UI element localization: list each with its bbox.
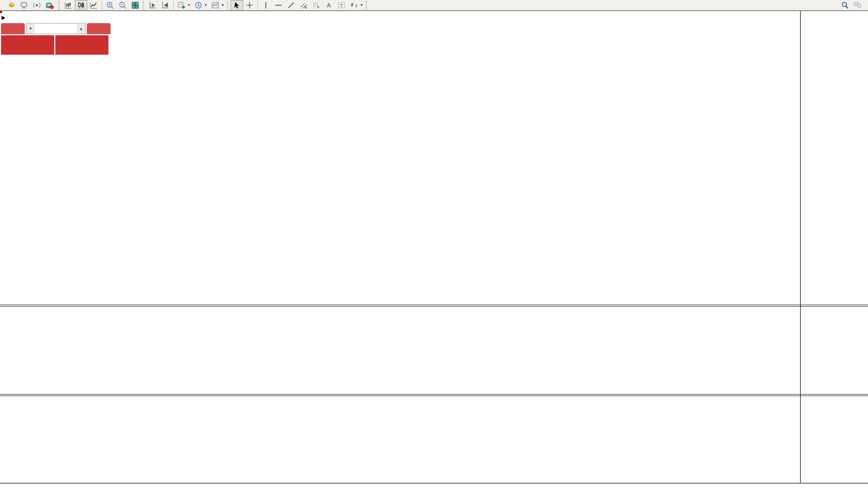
signals-button[interactable] [31, 0, 43, 11]
zoom-in-icon [106, 1, 114, 9]
line-chart-button[interactable] [87, 0, 100, 11]
add-indicator-icon [177, 1, 186, 9]
volume-stepper: ▼ ▲ [26, 23, 86, 34]
templates-button[interactable]: ▾ [209, 0, 226, 11]
bar-chart-icon [64, 1, 73, 9]
terminal-button[interactable] [18, 0, 31, 11]
history-icon [7, 1, 16, 9]
crosshair-button[interactable] [243, 0, 256, 11]
new-order-button[interactable] [1, 0, 5, 11]
channel-button[interactable]: E [297, 0, 310, 11]
svg-text:T: T [340, 3, 343, 8]
candlestick-chart-button[interactable] [75, 0, 87, 11]
dropdown-caret: ▾ [188, 3, 190, 7]
horizontal-line-icon [274, 1, 283, 9]
volume-decrease-button[interactable]: ▼ [26, 24, 35, 34]
toolbar-grip[interactable] [58, 1, 61, 9]
vertical-line-button[interactable] [260, 0, 272, 11]
main-toolbar: ▾ ▾ ▾ [0, 0, 868, 11]
chat-icon [853, 1, 862, 9]
search-icon [841, 1, 849, 9]
toolbar-grip[interactable] [227, 1, 230, 9]
level-callout-label [0, 11, 2, 13]
text-label-icon: T [337, 1, 346, 9]
autotrading-icon [45, 1, 54, 9]
zoom-out-button[interactable] [116, 0, 129, 11]
chat-button[interactable] [851, 0, 864, 11]
arrows-button[interactable]: ▾ [348, 0, 365, 11]
cursor-icon [233, 1, 241, 9]
clock-icon [194, 1, 203, 9]
buy-button[interactable] [87, 23, 111, 34]
buy-price-display[interactable] [55, 35, 108, 55]
trading-terminal-window: ▾ ▾ ▾ [0, 0, 868, 495]
search-button[interactable] [839, 0, 851, 11]
chart-shift-icon [161, 1, 169, 9]
svg-text:E: E [305, 6, 307, 9]
signals-icon [33, 1, 41, 9]
panel-splitter[interactable] [0, 305, 868, 307]
svg-text:A: A [327, 2, 331, 8]
fibonacci-button[interactable]: F [310, 0, 323, 11]
one-click-trade-panel: ▼ ▲ [1, 23, 111, 55]
periods-button[interactable]: ▾ [192, 0, 209, 11]
rsi-indicator-panel[interactable] [0, 397, 800, 483]
panel-splitter[interactable] [0, 394, 868, 396]
equidistant-channel-icon: E [300, 1, 308, 9]
autotrading-button[interactable] [43, 0, 57, 11]
auto-scroll-button[interactable] [146, 0, 159, 11]
bar-chart-button[interactable] [62, 0, 75, 11]
dropdown-caret: ▾ [222, 3, 224, 7]
price-axis-line [800, 11, 801, 483]
dropdown-caret: ▾ [205, 3, 207, 7]
cursor-button[interactable] [231, 0, 243, 11]
tile-windows-button[interactable] [129, 0, 142, 11]
chart-marker-icon [2, 16, 5, 20]
volume-increase-button[interactable]: ▲ [77, 24, 85, 34]
sell-button[interactable] [1, 23, 25, 34]
date-axis-separator [0, 483, 868, 483]
toolbar-grip[interactable] [143, 1, 145, 9]
crosshair-icon [245, 1, 254, 9]
text-button[interactable]: A [323, 0, 335, 11]
vertical-line-icon [262, 1, 270, 9]
dropdown-caret: ▾ [361, 3, 363, 7]
add-indicator-button[interactable]: ▾ [175, 0, 192, 11]
trendline-icon [287, 1, 295, 9]
main-price-chart[interactable] [0, 11, 800, 305]
toolbar-grip[interactable] [366, 1, 368, 9]
volume-value[interactable] [35, 24, 77, 34]
zoom-out-icon [118, 1, 127, 9]
fibonacci-icon: F [312, 1, 321, 9]
template-icon [211, 1, 220, 9]
sell-price-display[interactable] [1, 35, 54, 55]
macd-indicator-panel[interactable] [0, 307, 800, 394]
history-center-button[interactable] [5, 0, 18, 11]
text-label-button[interactable]: T [335, 0, 348, 11]
candlestick-icon [77, 1, 85, 9]
chart-window: ▼ ▲ [0, 11, 868, 495]
auto-scroll-icon [148, 1, 157, 9]
tile-windows-icon [131, 1, 139, 9]
terminal-icon [20, 1, 28, 9]
svg-text:F: F [317, 6, 320, 9]
zoom-in-button[interactable] [104, 0, 116, 11]
text-icon: A [325, 1, 333, 9]
trendline-button[interactable] [285, 0, 297, 11]
chart-shift-button[interactable] [159, 0, 172, 11]
arrow-objects-icon [350, 1, 358, 9]
line-chart-icon [89, 1, 98, 9]
horizontal-line-button[interactable] [272, 0, 285, 11]
